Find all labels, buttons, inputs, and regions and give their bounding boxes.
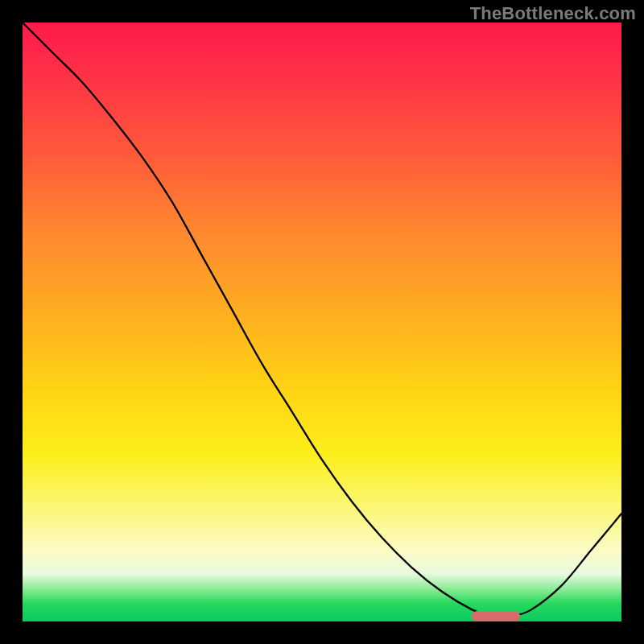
watermark-text: TheBottleneck.com	[470, 3, 636, 24]
chart-frame: TheBottleneck.com	[0, 0, 644, 644]
bottleneck-curve	[23, 23, 621, 621]
plot-area	[23, 23, 621, 621]
optimal-range-marker	[472, 611, 520, 621]
